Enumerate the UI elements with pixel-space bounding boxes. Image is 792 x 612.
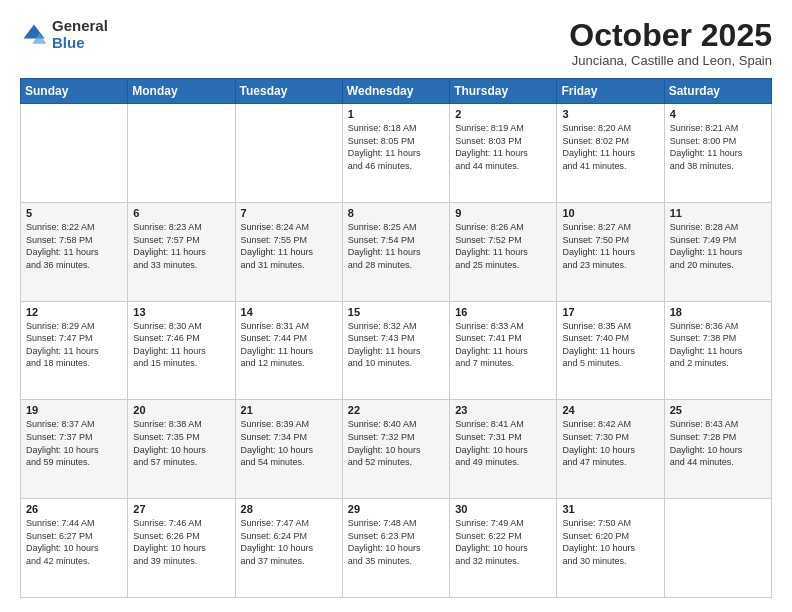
day-number: 15 (348, 306, 444, 318)
day-number: 21 (241, 404, 337, 416)
day-info: Sunrise: 8:32 AM Sunset: 7:43 PM Dayligh… (348, 320, 444, 370)
day-number: 9 (455, 207, 551, 219)
calendar-cell: 1Sunrise: 8:18 AM Sunset: 8:05 PM Daylig… (342, 104, 449, 203)
calendar-cell: 26Sunrise: 7:44 AM Sunset: 6:27 PM Dayli… (21, 499, 128, 598)
day-info: Sunrise: 8:21 AM Sunset: 8:00 PM Dayligh… (670, 122, 766, 172)
day-info: Sunrise: 8:20 AM Sunset: 8:02 PM Dayligh… (562, 122, 658, 172)
day-info: Sunrise: 8:25 AM Sunset: 7:54 PM Dayligh… (348, 221, 444, 271)
day-number: 14 (241, 306, 337, 318)
day-number: 6 (133, 207, 229, 219)
day-number: 19 (26, 404, 122, 416)
calendar-cell: 29Sunrise: 7:48 AM Sunset: 6:23 PM Dayli… (342, 499, 449, 598)
day-number: 16 (455, 306, 551, 318)
day-info: Sunrise: 7:50 AM Sunset: 6:20 PM Dayligh… (562, 517, 658, 567)
day-info: Sunrise: 7:48 AM Sunset: 6:23 PM Dayligh… (348, 517, 444, 567)
day-info: Sunrise: 8:28 AM Sunset: 7:49 PM Dayligh… (670, 221, 766, 271)
calendar-cell: 14Sunrise: 8:31 AM Sunset: 7:44 PM Dayli… (235, 301, 342, 400)
calendar-week-4: 19Sunrise: 8:37 AM Sunset: 7:37 PM Dayli… (21, 400, 772, 499)
day-number: 2 (455, 108, 551, 120)
calendar-cell (21, 104, 128, 203)
calendar-cell (664, 499, 771, 598)
day-number: 31 (562, 503, 658, 515)
day-number: 1 (348, 108, 444, 120)
calendar-cell: 28Sunrise: 7:47 AM Sunset: 6:24 PM Dayli… (235, 499, 342, 598)
calendar-header-saturday: Saturday (664, 79, 771, 104)
day-info: Sunrise: 8:29 AM Sunset: 7:47 PM Dayligh… (26, 320, 122, 370)
calendar-cell (235, 104, 342, 203)
calendar-cell: 6Sunrise: 8:23 AM Sunset: 7:57 PM Daylig… (128, 202, 235, 301)
day-number: 10 (562, 207, 658, 219)
calendar-week-2: 5Sunrise: 8:22 AM Sunset: 7:58 PM Daylig… (21, 202, 772, 301)
day-info: Sunrise: 8:24 AM Sunset: 7:55 PM Dayligh… (241, 221, 337, 271)
day-info: Sunrise: 8:26 AM Sunset: 7:52 PM Dayligh… (455, 221, 551, 271)
day-info: Sunrise: 8:38 AM Sunset: 7:35 PM Dayligh… (133, 418, 229, 468)
calendar-cell: 20Sunrise: 8:38 AM Sunset: 7:35 PM Dayli… (128, 400, 235, 499)
day-number: 26 (26, 503, 122, 515)
calendar-week-5: 26Sunrise: 7:44 AM Sunset: 6:27 PM Dayli… (21, 499, 772, 598)
day-number: 18 (670, 306, 766, 318)
calendar-cell: 9Sunrise: 8:26 AM Sunset: 7:52 PM Daylig… (450, 202, 557, 301)
calendar-cell: 16Sunrise: 8:33 AM Sunset: 7:41 PM Dayli… (450, 301, 557, 400)
day-number: 5 (26, 207, 122, 219)
day-number: 28 (241, 503, 337, 515)
calendar-cell: 21Sunrise: 8:39 AM Sunset: 7:34 PM Dayli… (235, 400, 342, 499)
day-number: 24 (562, 404, 658, 416)
calendar-cell: 7Sunrise: 8:24 AM Sunset: 7:55 PM Daylig… (235, 202, 342, 301)
logo-general-text: General (52, 18, 108, 35)
calendar-cell: 8Sunrise: 8:25 AM Sunset: 7:54 PM Daylig… (342, 202, 449, 301)
calendar-cell: 12Sunrise: 8:29 AM Sunset: 7:47 PM Dayli… (21, 301, 128, 400)
calendar-cell: 19Sunrise: 8:37 AM Sunset: 7:37 PM Dayli… (21, 400, 128, 499)
day-info: Sunrise: 8:37 AM Sunset: 7:37 PM Dayligh… (26, 418, 122, 468)
calendar-cell: 13Sunrise: 8:30 AM Sunset: 7:46 PM Dayli… (128, 301, 235, 400)
calendar-cell: 27Sunrise: 7:46 AM Sunset: 6:26 PM Dayli… (128, 499, 235, 598)
calendar-header-row: SundayMondayTuesdayWednesdayThursdayFrid… (21, 79, 772, 104)
calendar-cell: 5Sunrise: 8:22 AM Sunset: 7:58 PM Daylig… (21, 202, 128, 301)
day-info: Sunrise: 8:40 AM Sunset: 7:32 PM Dayligh… (348, 418, 444, 468)
calendar-cell: 17Sunrise: 8:35 AM Sunset: 7:40 PM Dayli… (557, 301, 664, 400)
day-info: Sunrise: 8:42 AM Sunset: 7:30 PM Dayligh… (562, 418, 658, 468)
calendar-cell: 25Sunrise: 8:43 AM Sunset: 7:28 PM Dayli… (664, 400, 771, 499)
calendar-header-tuesday: Tuesday (235, 79, 342, 104)
day-number: 30 (455, 503, 551, 515)
day-number: 3 (562, 108, 658, 120)
day-number: 13 (133, 306, 229, 318)
day-number: 17 (562, 306, 658, 318)
day-number: 8 (348, 207, 444, 219)
day-info: Sunrise: 8:41 AM Sunset: 7:31 PM Dayligh… (455, 418, 551, 468)
day-info: Sunrise: 8:39 AM Sunset: 7:34 PM Dayligh… (241, 418, 337, 468)
calendar-header-thursday: Thursday (450, 79, 557, 104)
day-number: 11 (670, 207, 766, 219)
calendar-table: SundayMondayTuesdayWednesdayThursdayFrid… (20, 78, 772, 598)
main-title: October 2025 (569, 18, 772, 53)
calendar-cell: 15Sunrise: 8:32 AM Sunset: 7:43 PM Dayli… (342, 301, 449, 400)
logo-blue-text: Blue (52, 35, 108, 52)
day-number: 23 (455, 404, 551, 416)
day-info: Sunrise: 7:47 AM Sunset: 6:24 PM Dayligh… (241, 517, 337, 567)
logo: General Blue (20, 18, 108, 51)
subtitle: Junciana, Castille and Leon, Spain (569, 53, 772, 68)
calendar-cell: 30Sunrise: 7:49 AM Sunset: 6:22 PM Dayli… (450, 499, 557, 598)
calendar-header-friday: Friday (557, 79, 664, 104)
day-info: Sunrise: 7:46 AM Sunset: 6:26 PM Dayligh… (133, 517, 229, 567)
calendar-cell: 4Sunrise: 8:21 AM Sunset: 8:00 PM Daylig… (664, 104, 771, 203)
calendar-cell: 31Sunrise: 7:50 AM Sunset: 6:20 PM Dayli… (557, 499, 664, 598)
day-info: Sunrise: 8:18 AM Sunset: 8:05 PM Dayligh… (348, 122, 444, 172)
day-info: Sunrise: 8:36 AM Sunset: 7:38 PM Dayligh… (670, 320, 766, 370)
calendar-cell: 3Sunrise: 8:20 AM Sunset: 8:02 PM Daylig… (557, 104, 664, 203)
logo-icon (20, 21, 48, 49)
day-info: Sunrise: 7:49 AM Sunset: 6:22 PM Dayligh… (455, 517, 551, 567)
day-info: Sunrise: 7:44 AM Sunset: 6:27 PM Dayligh… (26, 517, 122, 567)
calendar-cell: 23Sunrise: 8:41 AM Sunset: 7:31 PM Dayli… (450, 400, 557, 499)
calendar-week-1: 1Sunrise: 8:18 AM Sunset: 8:05 PM Daylig… (21, 104, 772, 203)
day-number: 4 (670, 108, 766, 120)
day-number: 20 (133, 404, 229, 416)
day-info: Sunrise: 8:35 AM Sunset: 7:40 PM Dayligh… (562, 320, 658, 370)
logo-text: General Blue (52, 18, 108, 51)
day-info: Sunrise: 8:23 AM Sunset: 7:57 PM Dayligh… (133, 221, 229, 271)
day-info: Sunrise: 8:19 AM Sunset: 8:03 PM Dayligh… (455, 122, 551, 172)
calendar-week-3: 12Sunrise: 8:29 AM Sunset: 7:47 PM Dayli… (21, 301, 772, 400)
title-block: October 2025 Junciana, Castille and Leon… (569, 18, 772, 68)
day-number: 12 (26, 306, 122, 318)
day-number: 22 (348, 404, 444, 416)
calendar-cell: 22Sunrise: 8:40 AM Sunset: 7:32 PM Dayli… (342, 400, 449, 499)
